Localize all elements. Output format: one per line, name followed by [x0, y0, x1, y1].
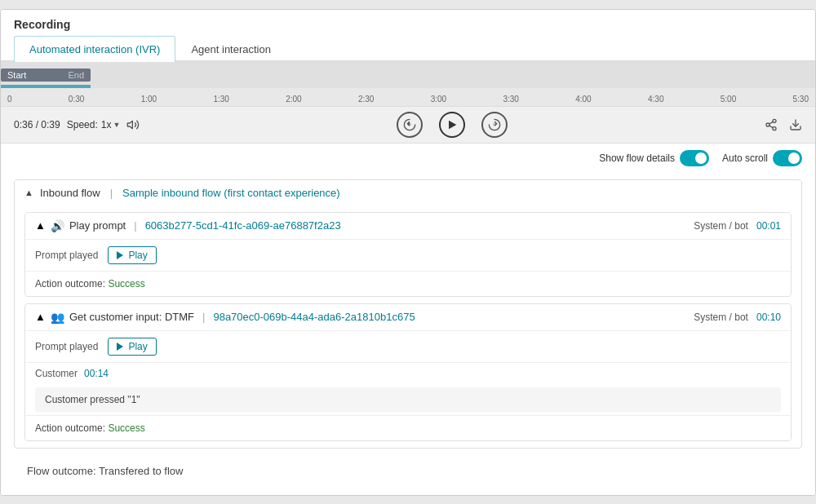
ruler-mark-4: 2:00 [286, 95, 301, 104]
volume-icon [126, 118, 140, 131]
action-name-2: Get customer input: DTMF [69, 311, 194, 323]
rewind-button[interactable]: 10 [397, 112, 423, 138]
ruler-mark-6: 3:00 [431, 95, 446, 104]
prompt-row-2: Prompt played Play [25, 330, 791, 362]
ruler-mark-0: 0 [7, 95, 12, 104]
time-display: 0:36 / 0:39 [14, 119, 60, 130]
controls-left: 0:36 / 0:39 Speed: 1x ▼ [14, 118, 140, 131]
action-header-left-2: ▲ 👥 Get customer input: DTMF | 98a70ec0-… [35, 311, 415, 324]
action-separator-2: | [202, 311, 205, 323]
action-time-1: 00:01 [756, 220, 781, 232]
flow-title: Inbound flow [40, 187, 100, 199]
play-triangle-2 [117, 343, 123, 351]
play-pause-button[interactable] [439, 112, 465, 138]
play-icon [446, 118, 459, 131]
ruler-mark-10: 5:00 [721, 95, 736, 104]
auto-scroll-toggle[interactable] [773, 150, 802, 166]
action-name-1: Play prompt [69, 219, 126, 232]
timeline-section: Start End 0 0:30 1:00 1:30 2:00 2:30 3:0… [1, 62, 815, 107]
separator-1: | [110, 187, 113, 199]
collapse-icon[interactable]: ▲ [24, 188, 33, 197]
action-id-2[interactable]: 98a70ec0-069b-44a4-ada6-2a1810b1c675 [213, 311, 415, 323]
outcome-row-1: Action outcome: Success [25, 271, 791, 296]
show-flow-label: Show flow details [599, 153, 675, 164]
controls-center: 10 10 [140, 112, 765, 138]
speed-dropdown[interactable]: 1x ▼ [101, 119, 121, 130]
prompt-label-2: Prompt played [35, 341, 98, 352]
svg-marker-2 [449, 120, 456, 129]
tabs-bar: Automated interaction (IVR) Agent intera… [1, 36, 815, 62]
action-meta-1: System / bot 00:01 [694, 220, 781, 232]
ruler-mark-8: 4:00 [575, 95, 591, 104]
volume-button[interactable] [126, 118, 140, 131]
action-id-1[interactable]: 6063b277-5cd1-41fc-a069-ae76887f2a23 [145, 219, 341, 232]
recording-window: Recording Automated interaction (IVR) Ag… [0, 9, 816, 496]
timeline-end-label: End [68, 70, 84, 80]
download-button[interactable] [789, 118, 802, 131]
forward-icon: 10 [488, 118, 501, 131]
action-separator-1: | [134, 219, 136, 232]
speaker-icon: 🔊 [51, 219, 64, 232]
action-collapse-icon-2[interactable]: ▲ [35, 311, 46, 323]
rewind-icon: 10 [403, 118, 416, 131]
tab-automated[interactable]: Automated interaction (IVR) [14, 36, 175, 62]
flow-name-link[interactable]: Sample inbound flow (first contact exper… [122, 187, 340, 199]
customer-row: Customer 00:14 [25, 362, 791, 384]
auto-scroll-toggle-group: Auto scroll [722, 150, 802, 166]
share-button[interactable] [765, 118, 778, 131]
share-icon [765, 118, 778, 131]
play-btn-label-2: Play [128, 341, 147, 352]
play-triangle-1 [117, 251, 123, 259]
action-header-get-input: ▲ 👥 Get customer input: DTMF | 98a70ec0-… [25, 304, 791, 330]
people-icon: 👥 [51, 311, 64, 324]
action-actor-2: System / bot [694, 312, 748, 323]
show-flow-toggle-group: Show flow details [599, 150, 709, 166]
chevron-down-icon: ▼ [113, 121, 120, 129]
window-title: Recording [1, 10, 815, 36]
ruler-mark-3: 1:30 [213, 95, 228, 104]
show-flow-toggle[interactable] [680, 150, 709, 166]
speed-value: 1x [101, 119, 112, 130]
play-prompt-button-1[interactable]: Play [108, 246, 156, 264]
ruler-mark-2: 1:00 [141, 95, 157, 104]
auto-scroll-label: Auto scroll [722, 153, 768, 164]
play-prompt-button-2[interactable]: Play [108, 338, 156, 356]
ruler-mark-9: 4:30 [648, 95, 663, 104]
action-meta-2: System / bot 00:10 [694, 312, 781, 323]
flow-outcome: Flow outcome: Transfered to flow [14, 457, 802, 485]
outcome-label-2: Action outcome: [35, 422, 105, 434]
outcome-value-2: Success [108, 422, 144, 434]
inbound-flow-block: ▲ Inbound flow | Sample inbound flow (fi… [14, 179, 802, 449]
action-actor-1: System / bot [694, 220, 748, 232]
prompt-row-1: Prompt played Play [25, 239, 791, 271]
action-collapse-icon-1[interactable]: ▲ [35, 219, 46, 232]
action-time-2: 00:10 [756, 312, 781, 323]
action-block-get-input: ▲ 👥 Get customer input: DTMF | 98a70ec0-… [24, 303, 792, 441]
action-header-play-prompt: ▲ 🔊 Play prompt | 6063b277-5cd1-41fc-a06… [25, 213, 791, 239]
svg-line-7 [769, 126, 774, 128]
outcome-label-1: Action outcome: [35, 278, 105, 290]
prompt-label-1: Prompt played [35, 250, 98, 261]
flow-block-header: ▲ Inbound flow | Sample inbound flow (fi… [15, 180, 801, 206]
ruler-mark-7: 3:30 [503, 95, 518, 104]
speed-control: Speed: 1x ▼ [67, 119, 121, 130]
ruler-inner: 0 0:30 1:00 1:30 2:00 2:30 3:00 3:30 4:0… [1, 95, 815, 106]
customer-pressed-row: Customer pressed "1" [35, 387, 781, 412]
timeline-track[interactable]: Start End [1, 62, 815, 88]
flow-controls-bar: Show flow details Auto scroll [1, 144, 815, 173]
ruler-mark-5: 2:30 [358, 95, 374, 104]
ruler-mark-1: 0:30 [69, 95, 84, 104]
forward-button[interactable]: 10 [481, 112, 508, 138]
tab-agent[interactable]: Agent interaction [175, 36, 286, 62]
action-header-left-1: ▲ 🔊 Play prompt | 6063b277-5cd1-41fc-a06… [35, 219, 341, 232]
svg-marker-0 [128, 121, 133, 128]
svg-line-8 [769, 122, 774, 124]
customer-time: 00:14 [84, 368, 109, 379]
play-btn-label-1: Play [128, 250, 147, 261]
timeline-start-label: Start [7, 70, 26, 80]
action-block-play-prompt: ▲ 🔊 Play prompt | 6063b277-5cd1-41fc-a06… [24, 212, 792, 297]
svg-text:10: 10 [408, 123, 411, 126]
timeline-ruler: 0 0:30 1:00 1:30 2:00 2:30 3:00 3:30 4:0… [1, 88, 815, 106]
customer-label: Customer [35, 368, 78, 379]
download-icon [789, 118, 802, 131]
